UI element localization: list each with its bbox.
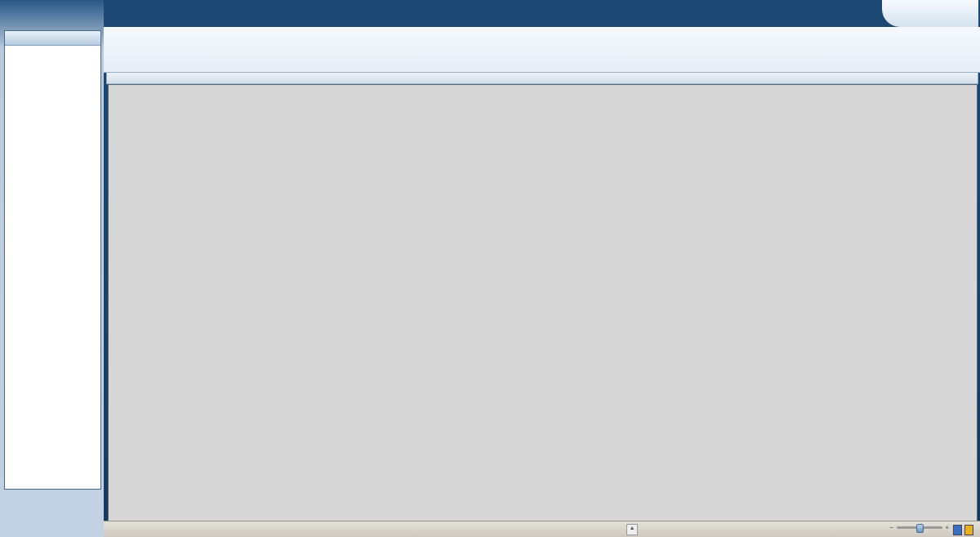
zoom-control: − + bbox=[886, 524, 949, 531]
brewmaxx-logo bbox=[882, 0, 978, 27]
sidebar-panel bbox=[4, 30, 101, 490]
statusbar-filter-icon[interactable] bbox=[953, 525, 962, 535]
main-area: ▲ − + bbox=[104, 0, 980, 537]
zoom-slider-thumb[interactable] bbox=[916, 524, 924, 533]
brewmaxx-app: ▲ − + bbox=[0, 0, 980, 537]
statusbar-center-icon[interactable]: ▲ bbox=[626, 524, 638, 535]
screen-title-bar bbox=[106, 72, 978, 84]
sidebar bbox=[0, 0, 104, 537]
process-canvas bbox=[108, 84, 978, 522]
document-tabbar bbox=[104, 11, 980, 27]
ribbon bbox=[104, 27, 980, 73]
zoom-out-button[interactable]: − bbox=[889, 524, 893, 531]
statusbar-tool-icon[interactable] bbox=[964, 525, 973, 535]
zoom-slider[interactable] bbox=[897, 526, 942, 529]
status-bar: ▲ − + bbox=[104, 521, 980, 537]
sidebar-title bbox=[5, 31, 100, 46]
zoom-in-button[interactable]: + bbox=[946, 524, 949, 531]
pipe-network bbox=[109, 85, 977, 521]
